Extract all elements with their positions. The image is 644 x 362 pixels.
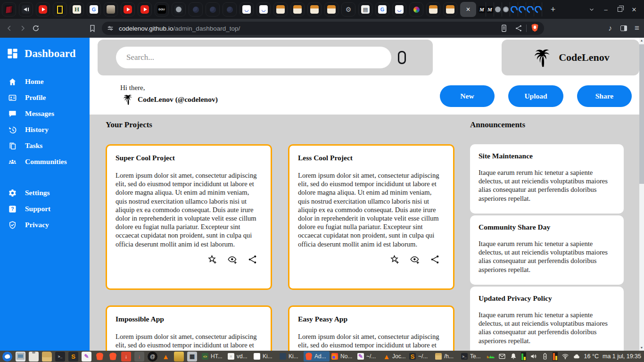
share-button[interactable]: Share	[577, 85, 632, 107]
star-plus-icon[interactable]	[389, 255, 399, 264]
address-bar[interactable]: codelenov.github.io/admin_dashboard_top/	[102, 22, 544, 35]
reader-mode-icon[interactable]	[500, 24, 508, 33]
launcher-icon[interactable]: ↓	[121, 352, 131, 362]
browser-tab[interactable]: M	[478, 2, 486, 16]
bookmark-icon[interactable]	[86, 22, 99, 35]
media-control-icon[interactable]: ♪	[608, 24, 612, 33]
browser-tab[interactable]	[526, 2, 534, 16]
browser-tab[interactable]	[502, 2, 510, 16]
launcher-icon[interactable]	[108, 352, 118, 362]
sidebar-item[interactable]: History	[0, 122, 90, 138]
window-button[interactable]: Ki...	[278, 351, 304, 362]
scroll-up-arrow[interactable]: ▲	[639, 38, 644, 43]
browser-tab[interactable]	[510, 2, 518, 16]
page-scrollbar[interactable]: ▲ ▼	[639, 38, 644, 351]
load-meter-icon[interactable]	[553, 352, 558, 361]
scroll-down-arrow[interactable]: ▼	[639, 345, 644, 351]
browser-tab[interactable]	[36, 2, 50, 16]
browser-tab[interactable]: H	[70, 2, 84, 16]
launcher-icon[interactable]	[95, 352, 105, 362]
browser-tab[interactable]: ◡	[256, 2, 271, 16]
launcher-icon[interactable]	[42, 352, 52, 362]
share-icon[interactable]	[430, 255, 440, 264]
sidebar-item[interactable]: Privacy	[0, 217, 90, 233]
window-button[interactable]: Ki...	[252, 351, 278, 362]
temperature[interactable]: 16 °C	[584, 353, 599, 360]
browser-tab[interactable]	[223, 2, 237, 16]
active-tab[interactable]: ✕	[460, 2, 476, 17]
sidebar-item[interactable]: Profile	[0, 90, 90, 106]
window-button[interactable]: ▲ Joc...	[381, 351, 407, 362]
browser-tab[interactable]	[443, 2, 457, 16]
browser-tab[interactable]	[426, 2, 440, 16]
window-button[interactable]: Ad...	[304, 351, 330, 362]
browser-tab[interactable]	[19, 2, 33, 16]
launcher-icon[interactable]	[29, 352, 39, 362]
volume-icon[interactable]	[530, 353, 537, 360]
brave-shield-icon[interactable]	[530, 23, 539, 33]
browser-tab[interactable]	[2, 2, 16, 16]
browser-tab[interactable]: M	[486, 2, 494, 16]
sidebar-item[interactable]: Home	[0, 74, 90, 90]
restore-button[interactable]	[614, 3, 626, 16]
browser-tab[interactable]	[206, 2, 220, 16]
browser-tab[interactable]	[324, 2, 339, 16]
star-plus-icon[interactable]	[207, 255, 217, 264]
browser-tab[interactable]	[138, 2, 152, 16]
browser-tab[interactable]: ◡	[392, 2, 406, 16]
wifi-icon[interactable]	[561, 353, 569, 360]
launcher-icon[interactable]: ↓	[134, 352, 144, 362]
new-tab-button[interactable]: +	[547, 3, 559, 16]
browser-menu-icon[interactable]: ≡	[635, 24, 639, 33]
close-button[interactable]: ✕	[628, 3, 640, 16]
clock[interactable]: ma 1 jul, 19:35	[603, 353, 641, 360]
battery-icon[interactable]	[541, 353, 549, 360]
sidebar-toggle-icon[interactable]	[620, 25, 627, 31]
launcher-icon[interactable]	[2, 352, 12, 362]
browser-tab[interactable]	[518, 2, 526, 16]
browser-tab[interactable]	[104, 2, 118, 16]
browser-tab[interactable]: ▤	[358, 2, 372, 16]
launcher-icon[interactable]	[16, 352, 25, 362]
browser-tab[interactable]	[534, 2, 542, 16]
upload-button[interactable]: Upload	[508, 85, 563, 107]
share-icon[interactable]	[515, 25, 522, 32]
browser-tab[interactable]	[172, 2, 186, 16]
scrollbar-thumb[interactable]	[639, 44, 644, 184]
browser-tab[interactable]	[307, 2, 322, 16]
sidebar-item[interactable]: Communities	[0, 154, 90, 170]
window-button[interactable]: S ~/...	[407, 351, 433, 362]
forward-button[interactable]	[16, 22, 29, 35]
reload-button[interactable]	[29, 22, 42, 35]
browser-tab[interactable]	[53, 2, 67, 16]
browser-tab[interactable]: G	[87, 2, 101, 16]
sidebar-item[interactable]: Support	[0, 201, 90, 217]
window-button[interactable]: >_ Te...	[459, 351, 485, 362]
launcher-icon[interactable]: ▦	[187, 352, 197, 362]
window-button[interactable]: ✎ ~/...	[355, 351, 381, 362]
window-button[interactable]: No...	[330, 351, 355, 362]
notification-bell-icon[interactable]	[510, 353, 517, 360]
minimize-button[interactable]: –	[600, 3, 612, 16]
browser-tab[interactable]: ⚙	[341, 2, 355, 16]
eye-plus-icon[interactable]	[410, 255, 420, 264]
weather-cloud-icon[interactable]	[573, 353, 580, 360]
browser-tab[interactable]	[273, 2, 288, 16]
close-tab-icon[interactable]: ✕	[466, 6, 471, 13]
browser-tab[interactable]	[290, 2, 305, 16]
sidebar-item[interactable]: Tasks	[0, 138, 90, 154]
new-button[interactable]: New	[440, 85, 495, 107]
window-button[interactable]: ≡ vd...	[226, 351, 252, 362]
launcher-icon[interactable]: @	[148, 352, 157, 362]
sensor-meter-icon[interactable]	[521, 352, 526, 361]
mail-icon[interactable]	[498, 353, 506, 360]
browser-tab[interactable]: ◡	[239, 2, 254, 16]
sidebar-item[interactable]: Messages	[0, 106, 90, 122]
launcher-icon[interactable]: S	[68, 352, 78, 362]
browser-tab[interactable]	[189, 2, 203, 16]
tab-search-chevron-icon[interactable]	[586, 3, 598, 16]
share-icon[interactable]	[248, 255, 257, 264]
launcher-icon[interactable]: ✎	[82, 352, 91, 362]
window-button[interactable]: /h...	[433, 351, 459, 362]
search-input[interactable]	[116, 47, 391, 68]
